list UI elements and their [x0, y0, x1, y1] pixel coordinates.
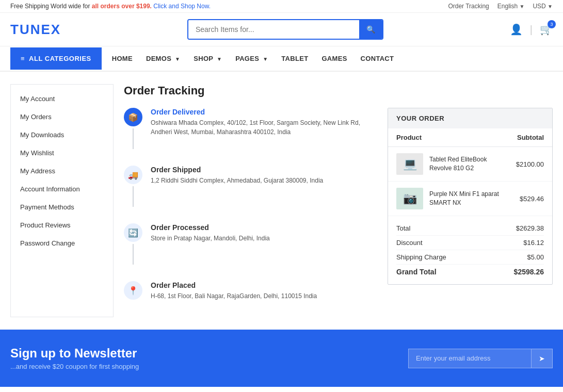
step-icon-delivered: 📦: [124, 108, 142, 126]
sidebar-item-my-downloads: My Downloads: [11, 126, 113, 144]
step-address-processed: Store in Pratap Nagar, Mandoli, Delhi, I…: [151, 234, 377, 243]
sidebar-item-my-address: My Address: [11, 162, 113, 180]
newsletter-subtext: ...and receive $20 coupon for first shop…: [10, 363, 139, 370]
sidebar-link-payment-methods[interactable]: Payment Methods: [11, 198, 113, 216]
demos-arrow: ▼: [175, 56, 180, 62]
all-categories-button[interactable]: ≡ ALL CATEGORIES: [10, 47, 102, 70]
step-title-delivered: Order Delivered: [151, 108, 377, 116]
sidebar-item-password-change: Password Change: [11, 234, 113, 252]
step-delivered: 📦 Order Delivered Oshiwara Mhada Complex…: [124, 108, 377, 149]
nav-link-games[interactable]: GAMES: [321, 46, 347, 71]
divider: |: [530, 24, 533, 36]
logo-accent: X: [51, 22, 61, 37]
step-icon-shipped: 🚚: [124, 166, 142, 184]
main-content: My Account My Orders My Downloads My Wis…: [0, 72, 563, 330]
nav-link-tablet[interactable]: TABLET: [281, 46, 308, 71]
newsletter-submit-button[interactable]: ➤: [532, 349, 553, 368]
step-line-3: [133, 244, 134, 265]
promo-message: Free Shipping World wide for all orders …: [10, 3, 211, 10]
order-summary-cols: Product Subtotal: [388, 128, 552, 147]
nav-link-shop[interactable]: SHOP ▼: [194, 46, 222, 71]
nav-item-home: HOME: [112, 46, 133, 71]
step-line-1: [133, 128, 134, 149]
sidebar-item-my-account: My Account: [11, 90, 113, 108]
sidebar-link-product-reviews[interactable]: Product Reviews: [11, 216, 113, 234]
nav-bar: ≡ ALL CATEGORIES HOME DEMOS ▼ SHOP ▼ PAG…: [0, 46, 563, 72]
total-value: $2629.38: [516, 224, 544, 232]
subtotal-col-label: Subtotal: [517, 134, 544, 141]
sidebar-menu: My Account My Orders My Downloads My Wis…: [11, 90, 113, 252]
newsletter-heading: Sign up to Newsletter: [10, 346, 139, 361]
header: TUNEX 🔍 👤 | 🛒 3: [0, 13, 563, 46]
currency-arrow: ▼: [548, 4, 553, 9]
shipping-label: Shipping Charge: [396, 253, 446, 261]
search-input[interactable]: [188, 20, 359, 39]
order-summary: YOUR ORDER Product Subtotal 💻 Tablet Red…: [388, 108, 553, 285]
search-bar: 🔍: [187, 19, 383, 40]
language-selector[interactable]: English ▼: [497, 3, 525, 10]
top-bar-right: Order Tracking English ▼ USD ▼: [448, 3, 553, 10]
step-placed: 📍 Order Placed H-68, 1st Floor, Bali Nag…: [124, 281, 377, 301]
tracking-steps: 📦 Order Delivered Oshiwara Mhada Complex…: [124, 108, 377, 317]
order-product-row-1: 💻 Tablet Red EliteBook Revolve 810 G2 $2…: [388, 147, 552, 182]
nav-link-pages[interactable]: PAGES ▼: [235, 46, 268, 71]
newsletter-email-input[interactable]: [408, 349, 532, 368]
order-summary-header: YOUR ORDER: [388, 108, 552, 128]
nav-item-pages: PAGES ▼: [235, 46, 268, 71]
all-categories-label: ALL CATEGORIES: [29, 55, 91, 62]
step-shipped: 🚚 Order Shipped 1,2 Riddhi Siddhi Comple…: [124, 166, 377, 207]
nav-item-games: GAMES: [321, 46, 347, 71]
user-icon-button[interactable]: 👤: [510, 23, 523, 36]
step-info-placed: Order Placed H-68, 1st Floor, Bali Nagar…: [151, 281, 377, 301]
sidebar-link-my-account[interactable]: My Account: [11, 90, 113, 108]
nav-link-contact[interactable]: CONTACT: [361, 46, 394, 71]
sidebar-item-product-reviews: Product Reviews: [11, 216, 113, 234]
shop-arrow: ▼: [217, 56, 222, 62]
step-info-shipped: Order Shipped 1,2 Riddhi Siddhi Complex,…: [151, 166, 377, 207]
sidebar-link-my-wishlist[interactable]: My Wishlist: [11, 144, 113, 162]
page-title: Order Tracking: [124, 84, 553, 97]
step-icon-processed: 🔄: [124, 223, 142, 242]
language-arrow: ▼: [520, 4, 525, 9]
shipping-value: $5.00: [527, 253, 544, 261]
promo-link[interactable]: Click and Shop Now.: [153, 3, 211, 10]
step-title-shipped: Order Shipped: [151, 166, 377, 174]
logo[interactable]: TUNEX: [10, 22, 61, 38]
order-tracking-link[interactable]: Order Tracking: [448, 3, 489, 10]
step-address-shipped: 1,2 Riddhi Siddhi Complex, Ahmedabad, Gu…: [151, 176, 377, 185]
header-icons: 👤 | 🛒 3: [510, 23, 553, 36]
search-button[interactable]: 🔍: [359, 20, 382, 39]
nav-links: HOME DEMOS ▼ SHOP ▼ PAGES ▼ TABLET GAMES…: [112, 46, 394, 71]
step-title-processed: Order Processed: [151, 223, 377, 232]
step-title-placed: Order Placed: [151, 281, 377, 289]
sidebar: My Account My Orders My Downloads My Wis…: [10, 84, 114, 317]
nav-link-demos[interactable]: DEMOS ▼: [146, 46, 180, 71]
sidebar-link-password-change[interactable]: Password Change: [11, 234, 113, 252]
sidebar-link-my-orders[interactable]: My Orders: [11, 108, 113, 126]
newsletter-submit-icon: ➤: [539, 354, 545, 363]
grand-total-label: Grand Total: [396, 268, 437, 276]
step-icon-col-delivered: 📦: [124, 108, 142, 149]
step-icon-col-placed: 📍: [124, 281, 142, 301]
cart-icon-button[interactable]: 🛒 3: [540, 23, 553, 36]
discount-label: Discount: [396, 239, 423, 247]
sidebar-link-my-address[interactable]: My Address: [11, 162, 113, 180]
sidebar-item-my-wishlist: My Wishlist: [11, 144, 113, 162]
product-thumb-1: 💻: [396, 153, 423, 175]
sidebar-link-account-information[interactable]: Account Information: [11, 180, 113, 198]
total-row-shipping: Shipping Charge $5.00: [396, 250, 544, 265]
grand-total-value: $2598.26: [514, 268, 544, 276]
tracking-layout: 📦 Order Delivered Oshiwara Mhada Complex…: [124, 108, 553, 317]
nav-item-tablet: TABLET: [281, 46, 308, 71]
top-bar: Free Shipping World wide for all orders …: [0, 0, 563, 13]
sidebar-link-my-downloads[interactable]: My Downloads: [11, 126, 113, 144]
currency-selector[interactable]: USD ▼: [533, 3, 553, 10]
step-line-2: [133, 186, 134, 207]
product-price-1: $2100.00: [516, 160, 544, 168]
order-product-row-2: 📷 Purple NX Mini F1 aparat SMART NX $529…: [388, 182, 552, 216]
nav-link-home[interactable]: HOME: [112, 46, 133, 71]
promo-highlight: all orders over $199.: [92, 3, 152, 10]
footer: TUNEX Information Account Shop Categorie…: [0, 387, 563, 392]
pages-arrow: ▼: [263, 56, 268, 62]
sidebar-item-account-information: Account Information: [11, 180, 113, 198]
